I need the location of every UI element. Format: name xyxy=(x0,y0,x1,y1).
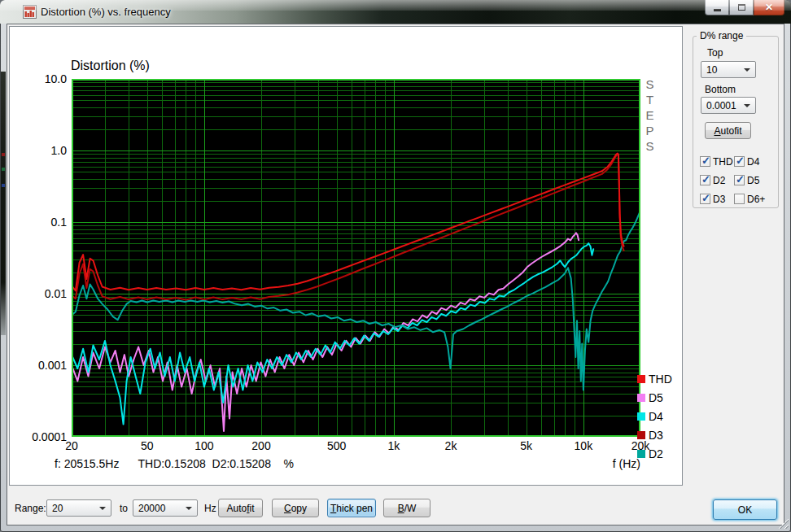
app-icon xyxy=(23,5,37,19)
x-tick-label: 200 xyxy=(237,439,286,452)
y-tick-label: 0.01 xyxy=(10,287,67,300)
minimize-icon xyxy=(714,9,721,11)
x-axis-title: f (Hz) xyxy=(543,457,640,470)
checkbox-d2[interactable] xyxy=(700,175,710,185)
range-to-value: 20000 xyxy=(138,503,165,514)
hz-label: Hz xyxy=(204,503,216,514)
chevron-down-icon xyxy=(186,507,192,510)
top-combobox-value: 10 xyxy=(706,64,717,76)
chart-title: Distortion (%) xyxy=(71,59,150,73)
legend-item: D4 xyxy=(637,407,672,425)
minimize-button[interactable] xyxy=(705,0,729,15)
legend-label: D3 xyxy=(649,429,663,442)
checkbox-cell: THD xyxy=(700,152,734,171)
dialog-window: Distortion (%) vs. frequency ✕ Distortio… xyxy=(0,0,791,532)
checkbox-label: D2 xyxy=(713,175,725,186)
dpercent-range-title: D% range xyxy=(697,30,746,41)
chevron-down-icon xyxy=(744,68,750,72)
x-tick-label: 50 xyxy=(123,439,172,452)
close-icon: ✕ xyxy=(765,2,773,12)
x-tick-label: 1k xyxy=(369,439,418,452)
panel-autofit-button[interactable]: Autofit xyxy=(705,122,751,139)
to-label: to xyxy=(120,503,128,514)
title-bar[interactable]: Distortion (%) vs. frequency ✕ xyxy=(0,0,791,24)
frame-speck xyxy=(2,184,5,187)
x-tick-label: 20 xyxy=(47,439,96,452)
checkbox-d3[interactable] xyxy=(700,194,710,204)
legend-swatch xyxy=(637,412,645,421)
bw-button[interactable]: B/W xyxy=(383,499,430,517)
checkbox-thd[interactable] xyxy=(700,156,710,167)
copy-button[interactable]: Copy xyxy=(272,499,319,517)
checkbox-d4[interactable] xyxy=(734,156,745,167)
chevron-down-icon xyxy=(744,104,750,107)
frame-speck xyxy=(2,168,5,171)
ok-button[interactable]: OK xyxy=(713,499,777,520)
bottom-label: Bottom xyxy=(705,84,736,95)
x-tick-label: 2k xyxy=(426,439,475,452)
legend-item: D2 xyxy=(637,444,672,463)
legend-label: THD xyxy=(649,373,672,386)
checkbox-label: THD xyxy=(713,156,733,168)
range-to-combobox[interactable]: 20000 xyxy=(133,499,198,517)
legend-swatch xyxy=(637,375,645,383)
checkbox-d6plus[interactable] xyxy=(734,194,745,204)
window-title: Distortion (%) vs. frequency xyxy=(41,6,171,18)
range-from-value: 20 xyxy=(52,503,63,514)
x-tick-label: 10k xyxy=(559,439,608,452)
x-tick-label: 100 xyxy=(180,439,229,452)
checkbox-cell: D2 xyxy=(700,171,734,190)
checkbox-d5[interactable] xyxy=(734,175,745,185)
plot-svg[interactable] xyxy=(72,79,640,437)
autofit-button[interactable]: Autofit xyxy=(218,499,263,517)
y-tick-label: 0.1 xyxy=(10,216,67,229)
legend-label: D2 xyxy=(649,447,663,460)
checkbox-label: D4 xyxy=(747,156,759,168)
checkbox-cell: D6+ xyxy=(734,190,778,208)
y-tick-label: 1.0 xyxy=(10,144,67,157)
window-controls: ✕ xyxy=(705,0,784,15)
chevron-down-icon xyxy=(99,507,106,510)
frame-speck xyxy=(2,153,5,156)
steps-watermark: STEPS xyxy=(643,77,657,155)
y-tick-label: 10.0 xyxy=(10,72,67,85)
thick-pen-button[interactable]: Thick pen xyxy=(327,499,376,517)
legend-swatch xyxy=(637,431,645,439)
checkbox-cell: D5 xyxy=(734,171,778,190)
maximize-button[interactable] xyxy=(729,0,754,15)
checkbox-label: D6+ xyxy=(747,194,765,205)
legend-label: D4 xyxy=(649,410,663,423)
plot-panel: Distortion (%) 10.01.00.10.010.0010.0001… xyxy=(9,26,683,486)
range-label: Range: xyxy=(15,503,46,514)
bottom-combobox-value: 0.0001 xyxy=(706,100,736,111)
legend-item: D3 xyxy=(637,425,672,444)
top-combobox[interactable]: 10 xyxy=(701,61,756,78)
close-button[interactable]: ✕ xyxy=(754,0,784,15)
bottom-combobox[interactable]: 0.0001 xyxy=(701,97,756,114)
legend-label: D5 xyxy=(649,391,663,404)
legend-item: THD xyxy=(637,369,672,388)
cursor-readout: f: 20515.5Hz THD:0.15208 D2:0.15208 % xyxy=(55,457,294,470)
checkbox-cell: D3 xyxy=(700,190,734,208)
checkbox-cell: D4 xyxy=(734,152,778,171)
top-label: Top xyxy=(707,47,723,59)
legend-swatch xyxy=(637,394,645,402)
legend-swatch xyxy=(637,450,645,458)
x-tick-label: 5k xyxy=(502,439,551,452)
frame-reflection xyxy=(1,72,6,335)
maximize-icon xyxy=(738,4,745,11)
checkbox-label: D5 xyxy=(747,175,759,186)
legend-item: D5 xyxy=(637,388,672,407)
range-from-combobox[interactable]: 20 xyxy=(46,499,111,517)
legend: THDD5D4D3D2 xyxy=(637,369,672,463)
checkbox-label: D3 xyxy=(713,194,725,205)
y-tick-label: 0.001 xyxy=(10,359,67,372)
x-tick-label: 500 xyxy=(312,439,361,452)
checkbox-grid: THDD4D2D5D3D6+ xyxy=(700,152,778,208)
